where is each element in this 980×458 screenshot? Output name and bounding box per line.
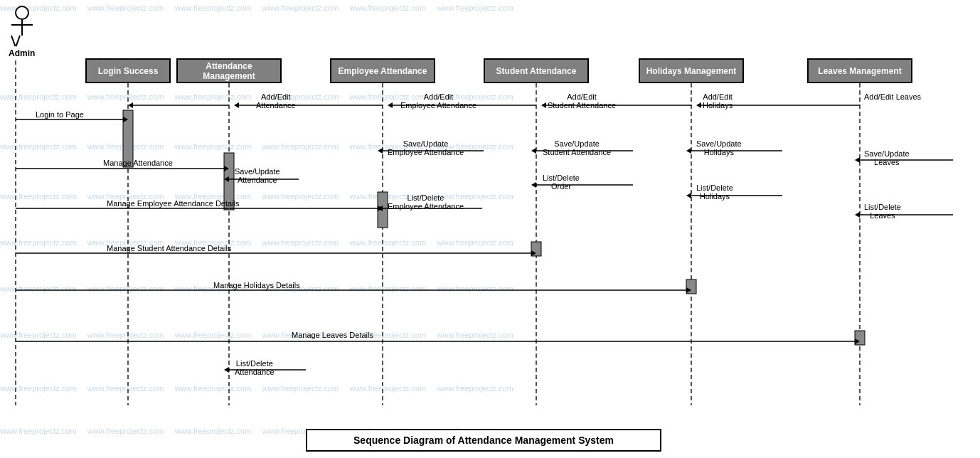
lifeline-box-employee: Employee Attendance <box>330 58 435 83</box>
msg-list-holidays: List/DeleteHolidays <box>696 183 733 201</box>
msg-save-student: Save/UpdateStudent Attendance <box>543 139 611 156</box>
msg-manage-attendance: Manage Attendance <box>103 159 173 167</box>
svg-marker-32 <box>378 148 383 154</box>
svg-rect-9 <box>378 192 388 228</box>
svg-marker-36 <box>531 148 536 154</box>
svg-marker-34 <box>378 206 383 211</box>
msg-login-to-page: Login to Page <box>36 110 84 119</box>
msg-manage-holidays-details: Manage Holidays Details <box>213 281 300 289</box>
svg-marker-16 <box>128 102 133 108</box>
svg-marker-20 <box>388 102 393 108</box>
msg-add-edit-student: Add/EditStudent Attendance <box>548 92 616 110</box>
svg-rect-11 <box>686 279 696 294</box>
msg-manage-emp-details: Manage Employee Attendance Details <box>107 199 240 208</box>
msg-list-attendance: List/DeleteAttendance <box>235 359 275 376</box>
svg-marker-54 <box>224 367 229 373</box>
lifeline-box-attendance: Attendance Management <box>176 58 282 83</box>
msg-list-order: List/DeleteOrder <box>543 174 580 191</box>
msg-add-edit-emp: Add/EditEmployee Attendance <box>400 92 476 110</box>
svg-marker-42 <box>686 148 691 154</box>
actor-admin: Admin <box>9 6 35 58</box>
watermark-1: www.freeprojectz.com www.freeprojectz.co… <box>0 4 513 12</box>
watermark-7: www.freeprojectz.com www.freeprojectz.co… <box>0 331 513 339</box>
svg-marker-18 <box>234 102 239 108</box>
actor-label: Admin <box>9 48 35 58</box>
msg-manage-student-details: Manage Student Attendance Details <box>107 244 232 252</box>
svg-marker-22 <box>541 102 546 108</box>
svg-marker-14 <box>123 117 128 122</box>
msg-save-leaves: Save/UpdateLeaves <box>864 149 910 166</box>
msg-save-emp: Save/UpdateEmployee Attendance <box>388 139 464 156</box>
svg-marker-44 <box>686 193 691 198</box>
actor-leg-right <box>15 36 20 47</box>
msg-list-leaves: List/DeleteLeaves <box>864 203 901 220</box>
svg-rect-12 <box>855 331 865 345</box>
svg-marker-46 <box>686 287 691 293</box>
svg-marker-28 <box>224 176 229 182</box>
watermark-5: www.freeprojectz.com www.freeprojectz.co… <box>0 238 513 247</box>
svg-marker-40 <box>531 250 536 256</box>
msg-manage-leaves-details: Manage Leaves Details <box>292 331 373 339</box>
bottom-title: Sequence Diagram of Attendance Managemen… <box>306 429 661 452</box>
svg-marker-50 <box>855 212 860 218</box>
lifeline-box-login: Login Success <box>85 58 171 83</box>
lifeline-box-holidays: Holidays Management <box>639 58 744 83</box>
diagram-container: www.freeprojectz.com www.freeprojectz.co… <box>0 0 980 458</box>
actor-body <box>21 20 23 36</box>
svg-marker-52 <box>855 339 860 344</box>
svg-marker-24 <box>696 102 701 108</box>
msg-list-emp: List/DeleteEmployee Attendance <box>388 193 464 211</box>
svg-marker-26 <box>224 166 229 171</box>
actor-head <box>15 6 29 20</box>
svg-marker-48 <box>855 157 860 163</box>
watermark-8: www.freeprojectz.com www.freeprojectz.co… <box>0 384 513 393</box>
lifeline-box-leaves: Leaves Management <box>807 58 912 83</box>
lifeline-box-student: Student Attendance <box>484 58 589 83</box>
msg-save-holidays: Save/UpdateHolidays <box>696 139 742 156</box>
actor-arms <box>11 24 33 26</box>
msg-add-edit-attendance: Add/EditAttendance <box>256 92 296 110</box>
msg-add-edit-leaves: Add/Edit Leaves <box>864 92 921 101</box>
svg-marker-30 <box>378 206 383 211</box>
msg-save-attendance: Save/UpdateAttendance <box>235 167 280 184</box>
svg-marker-38 <box>531 182 536 188</box>
svg-rect-10 <box>531 242 541 256</box>
msg-add-edit-holidays: Add/EditHolidays <box>703 92 733 110</box>
